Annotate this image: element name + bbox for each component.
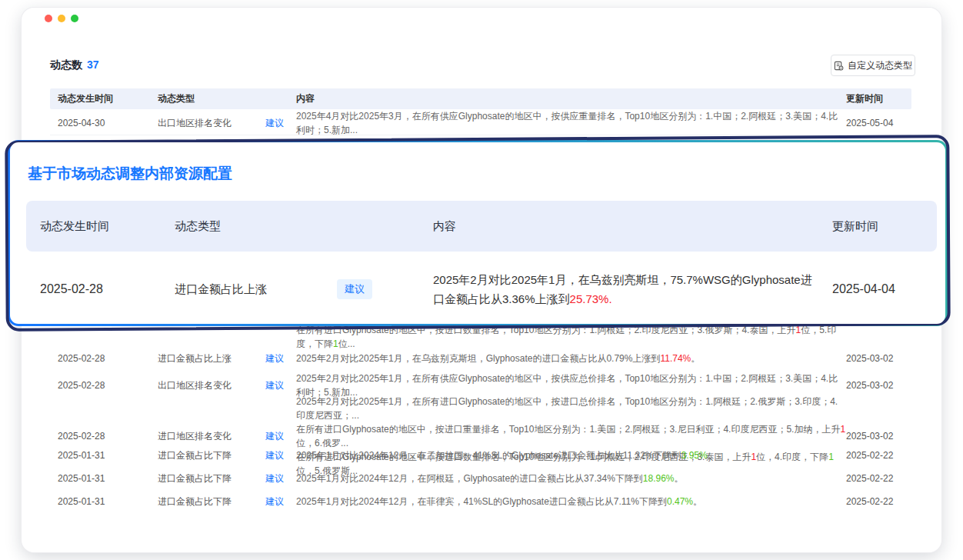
table-row: 2025-02-28出口地区排名变化建议2025年2月对比2025年1月，在所有… xyxy=(50,372,911,395)
row-badge-cell: 建议 xyxy=(258,379,296,392)
callout-column-update: 更新时间 xyxy=(822,219,937,234)
suggestion-link[interactable]: 建议 xyxy=(265,353,284,364)
callout-title: 基于市场动态调整内部资源配置 xyxy=(28,164,232,184)
row-content: 2025年1月对比2024年12月，在阿根廷，Glyphosate的进口金额占比… xyxy=(296,472,846,485)
table-row: 2025-04-30出口地区排名变化建议2025年4月对比2025年3月，在所有… xyxy=(50,109,911,135)
row-type: 进口地区排名变化 xyxy=(150,430,258,443)
row-type: 出口地区排名变化 xyxy=(150,379,258,392)
dynamics-count-label: 动态数 xyxy=(50,58,82,71)
table-row: 2025-01-31进口金额占比下降建议2025年1月对比2024年12月，在菲… xyxy=(50,490,911,513)
row-type: 出口地区排名变化 xyxy=(150,117,258,130)
row-content: 2025年1月对比2024年12月，在孟加拉国，41%SL的Glyphosate… xyxy=(296,448,846,462)
customize-type-button-label: 自定义动态类型 xyxy=(848,59,912,72)
row-type: 进口金额占比下降 xyxy=(150,495,258,508)
table-row: 2025-01-31进口金额占比下降建议2025年1月对比2024年12月，在孟… xyxy=(50,444,911,467)
row-content: 2025年1月对比2024年12月，在菲律宾，41%SL的Glyphosate进… xyxy=(296,495,846,508)
column-content: 内容 xyxy=(296,92,846,105)
callout-column-content: 内容 xyxy=(418,219,822,234)
callout-row-date: 2025-02-28 xyxy=(26,282,161,296)
callout-table-header: 动态发生时间 动态类型 内容 更新时间 xyxy=(26,201,937,252)
column-date: 动态发生时间 xyxy=(50,92,150,105)
row-update: 2025-03-02 xyxy=(846,431,911,442)
table-row: 2025-02-28进口金额占比上涨建议2025年2月对比2025年1月，在乌兹… xyxy=(50,347,911,370)
column-type: 动态类型 xyxy=(150,92,258,105)
row-badge-cell: 建议 xyxy=(258,472,296,485)
callout-row-content: 2025年2月对比2025年1月，在乌兹别亮斯坦，75.7%WSG的Glypho… xyxy=(418,270,822,308)
row-update: 2025-02-22 xyxy=(846,450,911,461)
suggestion-link[interactable]: 建议 xyxy=(265,450,284,461)
row-date: 2025-02-28 xyxy=(50,380,150,391)
table-row: 2025-02-28进口地区排名变化建议2025年2月对比2025年1月，在所有… xyxy=(50,395,911,442)
suggestion-link[interactable]: 建议 xyxy=(265,473,284,484)
row-content: 2025年2月对比2025年1月，在乌兹别克斯坦，Glyphosate的进口金额… xyxy=(296,352,846,365)
window-controls xyxy=(45,15,78,22)
row-update: 2025-03-02 xyxy=(846,380,911,391)
dynamics-count-value: 37 xyxy=(87,58,99,71)
document-gear-icon xyxy=(834,61,844,71)
row-date: 2025-02-28 xyxy=(50,431,150,442)
dynamics-count: 动态数37 xyxy=(50,58,99,72)
callout-column-date: 动态发生时间 xyxy=(26,219,161,234)
row-date: 2025-01-31 xyxy=(50,450,150,461)
row-date: 2025-02-28 xyxy=(50,353,150,364)
row-update: 2025-03-02 xyxy=(846,353,911,364)
suggestion-link[interactable]: 建议 xyxy=(265,118,284,128)
suggestion-link[interactable]: 建议 xyxy=(265,496,284,507)
callout-table-row: 2025-02-28 进口金额占比上涨 建议 2025年2月对比2025年1月，… xyxy=(26,258,937,321)
row-update: 2025-02-22 xyxy=(846,496,911,507)
table-row: 2025-01-31进口金额占比下降建议2025年1月对比2024年12月，在阿… xyxy=(50,467,911,490)
row-type: 进口金额占比下降 xyxy=(150,449,258,462)
column-update: 更新时间 xyxy=(846,92,911,105)
row-date: 2025-01-31 xyxy=(50,496,150,507)
suggestion-link[interactable]: 建议 xyxy=(265,380,284,391)
suggestion-link[interactable]: 建议 xyxy=(265,431,284,442)
callout-row-update: 2025-04-04 xyxy=(822,282,937,296)
row-update: 2025-05-04 xyxy=(846,118,911,128)
suggestion-badge[interactable]: 建议 xyxy=(337,279,372,299)
row-badge-cell: 建议 xyxy=(258,352,296,365)
row-update: 2025-02-22 xyxy=(846,473,911,484)
close-icon[interactable] xyxy=(45,15,52,22)
maximize-icon[interactable] xyxy=(71,15,78,22)
minimize-icon[interactable] xyxy=(58,15,65,22)
row-date: 2025-04-30 xyxy=(50,118,150,128)
row-badge-cell: 建议 xyxy=(258,495,296,508)
row-type: 进口金额占比上涨 xyxy=(150,352,258,365)
row-badge-cell: 建议 xyxy=(258,449,296,462)
callout-row-type: 进口金额占比上涨 xyxy=(161,282,326,297)
row-badge-cell: 建议 xyxy=(258,430,296,443)
customize-type-button[interactable]: 自定义动态类型 xyxy=(831,55,915,76)
row-badge-cell: 建议 xyxy=(258,117,296,130)
table-header: 动态发生时间 动态类型 内容 更新时间 xyxy=(50,88,911,109)
callout-column-type: 动态类型 xyxy=(161,219,326,234)
highlight-callout-card: 基于市场动态调整内部资源配置 动态发生时间 动态类型 内容 更新时间 2025-… xyxy=(8,140,948,326)
row-content: 2025年4月对比2025年3月，在所有供应Glyphosate的地区中，按供应… xyxy=(296,109,846,137)
row-date: 2025-01-31 xyxy=(50,473,150,484)
row-type: 进口金额占比下降 xyxy=(150,472,258,485)
